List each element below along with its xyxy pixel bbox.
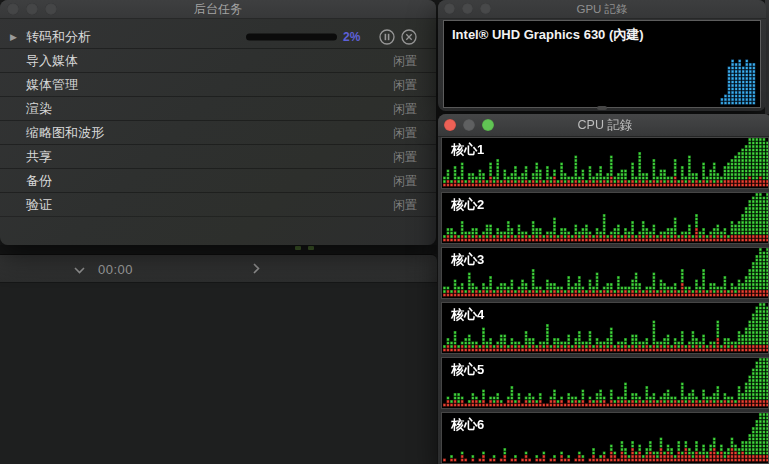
- core-usage-graph: [442, 138, 768, 187]
- task-status: 闲置: [393, 196, 417, 213]
- task-label: 共享: [26, 148, 52, 166]
- task-label: 导入媒体: [26, 52, 78, 70]
- background-audio-meters: [0, 245, 437, 254]
- task-status: 闲置: [393, 52, 417, 69]
- gpu-titlebar[interactable]: GPU 記錄: [438, 0, 766, 19]
- timecode-display: 00:00: [98, 261, 133, 276]
- background-tasks-titlebar[interactable]: 后台任务: [0, 0, 436, 19]
- core-usage-graph: [442, 248, 768, 297]
- background-tasks-window: 后台任务 ▶ 转码和分析 2% 导入媒体 闲置 媒体管理 闲置: [0, 0, 436, 245]
- window-title: 后台任务: [0, 1, 436, 18]
- cpu-titlebar[interactable]: CPU 記錄: [438, 114, 769, 137]
- core-panel-1: 核心1: [441, 137, 769, 189]
- timeline-toolbar: 00:00: [0, 254, 437, 284]
- task-row: 媒体管理 闲置: [0, 73, 436, 97]
- task-label: 缩略图和波形: [26, 124, 104, 142]
- audio-meter-dot: [308, 246, 314, 250]
- chevron-right-icon[interactable]: [253, 260, 260, 278]
- core-panel-6: 核心6: [441, 412, 769, 464]
- gpu-graph-area: Intel® UHD Graphics 630 (內建): [443, 20, 761, 108]
- task-label: 转码和分析: [26, 28, 91, 46]
- disclosure-triangle-icon[interactable]: ▶: [10, 32, 17, 42]
- cpu-history-window: CPU 記錄 核心1 核心2 核心3 核心4 核心5 核心6: [438, 114, 769, 464]
- task-row: 备份 闲置: [0, 169, 436, 193]
- task-row: 渲染 闲置: [0, 97, 436, 121]
- core-usage-graph: [442, 193, 768, 242]
- core-panel-3: 核心3: [441, 247, 769, 299]
- task-label: 备份: [26, 172, 52, 190]
- task-status: 闲置: [393, 76, 417, 93]
- core-panel-2: 核心2: [441, 192, 769, 244]
- chevron-down-icon[interactable]: [74, 260, 85, 278]
- progress-percent: 2%: [343, 30, 360, 44]
- core-panel-4: 核心4: [441, 302, 769, 354]
- core-panel-5: 核心5: [441, 357, 769, 409]
- core-usage-graph: [442, 358, 768, 407]
- task-row-transcode: ▶ 转码和分析 2%: [0, 25, 436, 49]
- task-label: 渲染: [26, 100, 52, 118]
- resize-dimple[interactable]: [597, 106, 607, 110]
- window-title: CPU 記錄: [438, 117, 769, 134]
- task-row: 验证 闲置: [0, 193, 436, 217]
- task-list: ▶ 转码和分析 2% 导入媒体 闲置 媒体管理 闲置 渲染: [0, 25, 436, 217]
- task-status: 闲置: [393, 172, 417, 189]
- task-row: 缩略图和波形 闲置: [0, 121, 436, 145]
- screen: 00:00 后台任务 ▶ 转码和分析 2%: [0, 0, 769, 464]
- task-status: 闲置: [393, 100, 417, 117]
- core-usage-graph: [442, 303, 768, 352]
- audio-meter-dot: [295, 246, 301, 250]
- pause-button[interactable]: [379, 29, 395, 45]
- task-label: 验证: [26, 196, 52, 214]
- core-usage-graph: [442, 413, 768, 462]
- task-row: 共享 闲置: [0, 145, 436, 169]
- window-title: GPU 記錄: [438, 2, 766, 17]
- cancel-button[interactable]: [401, 29, 417, 45]
- task-label: 媒体管理: [26, 76, 78, 94]
- gpu-history-window: GPU 記錄 Intel® UHD Graphics 630 (內建): [438, 0, 766, 111]
- timeline-background: [0, 283, 437, 464]
- task-status: 闲置: [393, 124, 417, 141]
- progress-bar: [246, 33, 337, 40]
- gpu-usage-graph: [444, 23, 760, 107]
- task-row: 导入媒体 闲置: [0, 49, 436, 73]
- task-status: 闲置: [393, 148, 417, 165]
